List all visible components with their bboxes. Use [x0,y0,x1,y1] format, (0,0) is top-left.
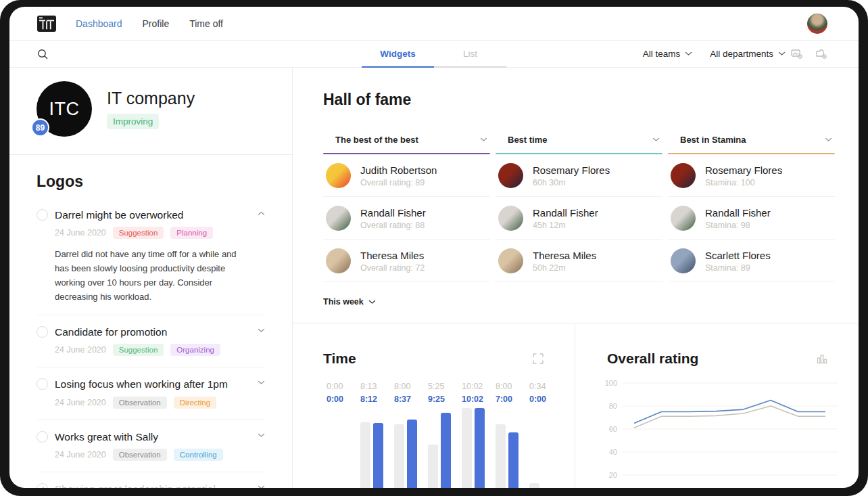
list-item-title: Candidate for promotion [55,325,252,339]
person-row[interactable]: Randall Fisher45h 12m [496,197,662,240]
list-item-body: Darrel might be overworked24 June 2020Su… [55,208,252,304]
list-item[interactable]: ✓Showing great leadership potential24 Ju… [37,472,265,488]
list-item-date: 24 June 2020 [55,228,106,238]
checkbox[interactable] [37,209,48,221]
person-row[interactable]: Randall FisherStamina: 98 [668,197,835,240]
search-icon[interactable] [37,48,49,60]
company-logo-icon[interactable] [37,15,57,32]
time-bar-actual[interactable] [475,408,485,488]
nav-link-dashboard[interactable]: Dashboard [76,18,122,29]
person-avatar [326,206,351,231]
checkbox[interactable] [37,326,48,338]
person-metric: Overall rating: 88 [360,221,426,230]
time-bar-group [529,408,563,488]
filter-all-teams[interactable]: All teams [643,49,693,59]
tab-list[interactable]: List [434,41,506,68]
expand-toggle[interactable] [258,211,265,216]
camera-settings-icon[interactable] [815,49,827,60]
person-row[interactable]: Rosemary FloresStamina: 100 [668,154,835,197]
time-value-planned: 8:00 [394,382,428,391]
person-row[interactable]: Rosemary Flores60h 30m [496,154,662,197]
company-card: ITC 89 IT company Improving [9,68,292,155]
hall-of-fame-section: Hall of fame The best of the best Judith… [293,68,859,282]
time-value-actual: 8:37 [394,394,428,404]
person-row[interactable]: Theresa MilesOverall rating: 72 [323,240,490,282]
logos-section: Logos Darrel might be overworked24 June … [9,155,292,488]
time-bar-group [462,408,496,488]
person-row[interactable]: Theresa Miles50h 22m [496,240,662,282]
time-value-planned: 8:00 [496,382,529,391]
hof-column-header[interactable]: The best of the best [323,135,490,145]
list-item-meta: 24 June 2020ObservationControlling [55,449,252,461]
checkbox-checked[interactable]: ✓ [37,483,48,488]
nav-link-profile[interactable]: Profile [143,18,170,29]
hof-column-header[interactable]: Best time [496,135,662,145]
image-settings-icon[interactable] [791,49,803,60]
hof-column-header[interactable]: Best in Stamina [668,135,835,145]
time-values-actual: 0:008:128:379:2510:027:000:00 [327,391,575,404]
time-bar-planned[interactable] [360,422,370,488]
chevron-down-icon [258,328,265,333]
filter-label: All teams [643,49,681,59]
tag-observation: Observation [113,449,167,461]
company-name: IT company [107,89,195,108]
time-values-planned: 0:008:138:005:2510:028:000:34 [327,382,575,391]
person-metric: Stamina: 100 [705,178,782,187]
expand-toggle[interactable] [258,328,265,333]
person-row[interactable]: Randall FisherOverall rating: 88 [323,197,490,240]
user-avatar[interactable] [807,14,827,34]
time-bar-planned[interactable] [462,408,472,488]
list-item[interactable]: Candidate for promotion24 June 2020Sugge… [37,315,265,367]
device-frame: DashboardProfileTime off WidgetsList All… [0,0,868,496]
list-item-meta: 24 June 2020SuggestionOrganizing [55,344,252,356]
person-info: Randall FisherOverall rating: 88 [360,207,426,230]
person-name: Rosemary Flores [705,164,782,176]
period-select[interactable]: This week [323,297,859,323]
time-bar-planned[interactable] [394,424,404,488]
time-bar-actual[interactable] [373,423,383,488]
hall-of-fame-title: Hall of fame [323,91,835,109]
time-bar-actual[interactable] [508,432,519,488]
time-chart-title: Time [323,351,356,367]
person-info: Rosemary Flores60h 30m [533,164,610,187]
time-bar-actual[interactable] [407,420,417,488]
person-name: Theresa Miles [360,250,425,261]
tab-widgets[interactable]: Widgets [362,41,434,68]
time-bar-group [496,408,529,488]
filter-all-departments[interactable]: All departments [710,49,786,59]
hof-column-title: Best time [508,135,548,145]
main-content: Hall of fame The best of the best Judith… [293,68,859,488]
person-avatar [498,206,523,231]
list-item[interactable]: Losing focus when working after 1pm24 Ju… [37,367,265,420]
expand-toggle[interactable] [258,485,265,488]
nav-link-time-off[interactable]: Time off [189,18,223,29]
time-bar-chart [327,408,563,488]
time-bar-planned[interactable] [529,483,539,488]
person-avatar [498,248,523,273]
logos-list: Darrel might be overworked24 June 2020Su… [37,206,265,488]
person-row[interactable]: Judith RobertsonOverall rating: 89 [323,154,490,197]
main-nav: DashboardProfileTime off [76,18,223,29]
chevron-down-icon [368,300,376,305]
list-item[interactable]: Darrel might be overworked24 June 2020Su… [37,206,265,315]
checkbox[interactable] [37,431,48,443]
expand-icon[interactable] [533,353,544,364]
expand-toggle[interactable] [258,433,265,438]
checkbox[interactable] [37,378,48,390]
list-item-date: 24 June 2020 [55,398,106,407]
time-bar-actual[interactable] [441,413,451,488]
person-metric: Overall rating: 72 [360,263,425,273]
person-row[interactable]: Scarlett FloresStamina: 89 [668,240,835,282]
company-avatar[interactable]: ITC 89 [37,81,92,137]
list-item[interactable]: Works great with Sally24 June 2020Observ… [37,420,265,472]
filters: All teams All departments [643,49,786,59]
list-item-date: 24 June 2020 [55,450,106,459]
time-bar-planned[interactable] [496,424,506,488]
tag-observation: Observation [113,397,167,409]
bar-chart-icon[interactable] [817,353,827,364]
list-item-title: Darrel might be overworked [55,208,252,222]
person-info: Randall FisherStamina: 98 [705,207,771,230]
expand-toggle[interactable] [258,380,265,385]
time-bar-planned[interactable] [428,445,438,488]
rating-chart-title: Overall rating [607,351,698,367]
